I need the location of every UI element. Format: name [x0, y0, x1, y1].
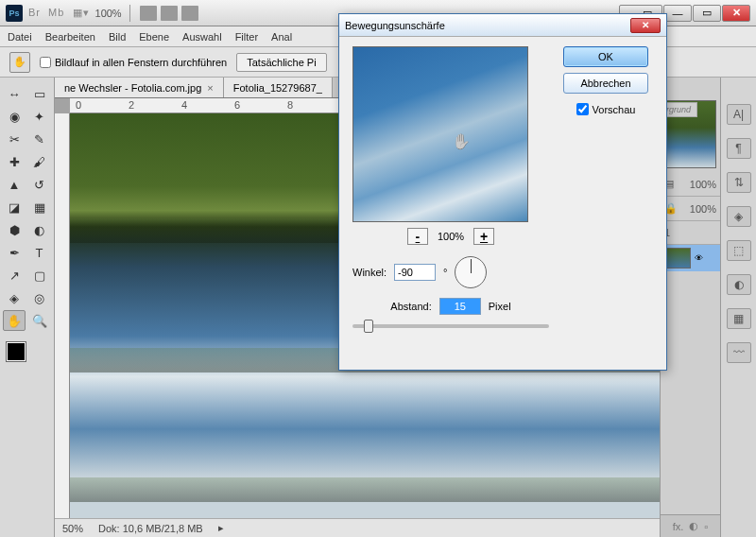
- angle-unit: °: [443, 267, 447, 278]
- zoom-out-button[interactable]: -: [407, 228, 428, 245]
- distance-slider[interactable]: [352, 324, 549, 328]
- scroll-all-label: Bildlauf in allen Fenstern durchführen: [55, 57, 227, 68]
- zoom-tool-icon[interactable]: 🔍: [28, 310, 51, 331]
- lasso-tool-icon[interactable]: ◉: [3, 106, 26, 127]
- distance-label: Abstand:: [390, 301, 431, 312]
- heal-tool-icon[interactable]: ✚: [3, 151, 26, 172]
- history-tool-icon[interactable]: ↺: [28, 174, 51, 195]
- preview-image[interactable]: [352, 46, 528, 222]
- eraser-tool-icon[interactable]: ◪: [3, 197, 26, 217]
- menu-ebene[interactable]: Ebene: [139, 31, 169, 43]
- transform-panel-icon[interactable]: ⬚: [727, 240, 751, 261]
- doc-tab-2[interactable]: Fotolia_15279687_: [224, 78, 333, 97]
- preview-checkbox[interactable]: Vorschau: [576, 103, 636, 115]
- menu-bearbeiten[interactable]: Bearbeiten: [45, 31, 95, 43]
- color-panel-icon[interactable]: ◐: [727, 274, 751, 295]
- menu-bild[interactable]: Bild: [109, 31, 126, 43]
- fill-row[interactable]: 🔒100%: [661, 197, 720, 221]
- opacity-row[interactable]: ▤100%: [661, 172, 720, 197]
- angle-label: Winkel:: [352, 267, 387, 278]
- collapsed-panels: A| ¶ ⇅ ◈ ⬚ ◐ ▦ 〰: [720, 78, 756, 537]
- doc-tab-1-label: ne Wechsler - Fotolia.com.jpg: [64, 82, 201, 94]
- marquee-tool-icon[interactable]: ▭: [28, 83, 51, 104]
- doc-tab-1[interactable]: ne Wechsler - Fotolia.com.jpg×: [55, 78, 224, 97]
- type-tool-icon[interactable]: T: [28, 242, 51, 263]
- styles-panel-icon[interactable]: ◈: [727, 206, 751, 227]
- current-tool-icon[interactable]: ✋: [9, 52, 30, 73]
- pen-tool-icon[interactable]: ✒: [3, 242, 26, 263]
- blur-tool-icon[interactable]: ⬢: [3, 219, 26, 240]
- arrange-icon[interactable]: [140, 6, 157, 21]
- hand-tool-icon[interactable]: ✋: [3, 310, 26, 331]
- dialog-titlebar[interactable]: Bewegungsunschärfe ✕: [339, 14, 666, 37]
- dodge-tool-icon[interactable]: ◐: [28, 219, 51, 240]
- preview-label: Vorschau: [593, 104, 636, 115]
- angle-dial[interactable]: [455, 256, 487, 288]
- status-docsize: Dok: 10,6 MB/21,8 MB: [98, 523, 203, 534]
- zoom-level[interactable]: 100%: [95, 8, 122, 19]
- ok-button[interactable]: OK: [563, 46, 648, 67]
- dialog-title: Bewegungsunschärfe: [345, 20, 445, 31]
- status-bar: 50% Dok: 10,6 MB/21,8 MB ▸: [55, 518, 660, 537]
- zoom-in-button[interactable]: +: [473, 228, 494, 245]
- eyedropper-tool-icon[interactable]: ✎: [28, 129, 51, 149]
- gradient-tool-icon[interactable]: ▦: [28, 197, 51, 217]
- app-icon: Ps: [6, 5, 23, 22]
- status-arrow-icon[interactable]: ▸: [218, 522, 224, 534]
- crop-tool-icon[interactable]: ✂: [3, 129, 26, 149]
- close-button[interactable]: ✕: [722, 5, 750, 22]
- mode-row: 1: [661, 221, 720, 245]
- stamp-tool-icon[interactable]: ▲: [3, 174, 26, 195]
- actual-pixels-button[interactable]: Tatsächliche Pi: [236, 53, 326, 72]
- app-mode-icons: Br Mb ▦▾: [28, 7, 90, 19]
- 3d-tool-icon[interactable]: ◈: [3, 287, 26, 308]
- preview-zoom: 100%: [438, 231, 464, 242]
- move-tool-icon[interactable]: ↔: [3, 83, 26, 104]
- adjust-panel-icon[interactable]: ⇅: [727, 172, 751, 193]
- menu-analyse[interactable]: Anal: [271, 31, 292, 43]
- screen-mode-icon[interactable]: [161, 6, 178, 21]
- slider-handle[interactable]: [364, 320, 373, 333]
- brush-tool-icon[interactable]: 🖌: [28, 151, 51, 172]
- ruler-vertical: [55, 113, 70, 518]
- color-swatches[interactable]: [3, 338, 51, 372]
- minimize-button[interactable]: —: [663, 5, 692, 22]
- path-tool-icon[interactable]: ↗: [3, 265, 26, 286]
- layers-panel: ▤100% 🔒100% 1 👁 fx.◐▫: [660, 78, 720, 537]
- layers-footer[interactable]: fx.◐▫: [661, 514, 720, 537]
- menu-datei[interactable]: Datei: [8, 31, 32, 43]
- swatches-panel-icon[interactable]: ▦: [727, 308, 751, 329]
- doc-tab-2-label: Fotolia_15279687_: [233, 82, 322, 94]
- layer-row[interactable]: 👁: [661, 245, 720, 271]
- extras-icon[interactable]: [181, 6, 198, 21]
- motion-blur-dialog: Bewegungsunschärfe ✕ - 100% + Winkel: ° …: [338, 13, 667, 371]
- shape-tool-icon[interactable]: ▢: [28, 265, 51, 286]
- maximize-button[interactable]: ▭: [693, 5, 721, 22]
- angle-input[interactable]: [394, 264, 436, 281]
- camera-tool-icon[interactable]: ◎: [28, 287, 51, 308]
- menu-auswahl[interactable]: Auswahl: [182, 31, 222, 43]
- layer-thumb: [664, 248, 691, 268]
- close-icon[interactable]: ×: [207, 82, 213, 94]
- wand-tool-icon[interactable]: ✦: [28, 106, 51, 127]
- paragraph-panel-icon[interactable]: ¶: [727, 138, 751, 159]
- brush-panel-icon[interactable]: 〰: [727, 342, 751, 363]
- cancel-button[interactable]: Abbrechen: [563, 73, 648, 94]
- status-zoom[interactable]: 50%: [62, 523, 83, 534]
- dialog-close-button[interactable]: ✕: [630, 18, 661, 33]
- type-panel-icon[interactable]: A|: [727, 104, 751, 125]
- menu-filter[interactable]: Filter: [235, 31, 258, 43]
- toolbox: ↔ ▭ ◉ ✦ ✂ ✎ ✚ 🖌 ▲ ↺ ◪ ▦ ⬢ ◐ ✒ T ↗ ▢ ◈ ◎ …: [0, 78, 55, 537]
- distance-input[interactable]: [439, 298, 481, 315]
- scroll-all-checkbox[interactable]: Bildlauf in allen Fenstern durchführen: [40, 57, 227, 68]
- distance-unit: Pixel: [489, 301, 511, 312]
